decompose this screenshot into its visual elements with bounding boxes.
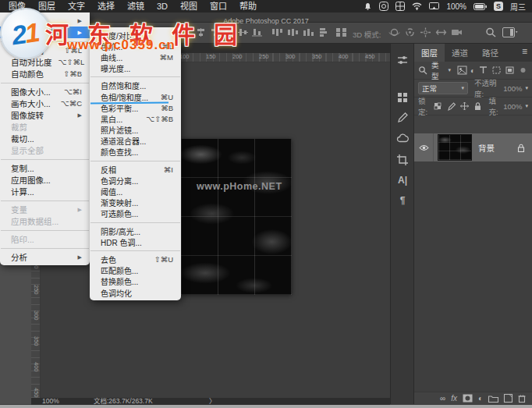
adjustments-panel-icon[interactable] <box>396 154 409 166</box>
menubar-item[interactable]: 帮助 <box>233 1 263 12</box>
align-v-centers-icon[interactable] <box>237 27 249 37</box>
zoom-level-field[interactable]: 100% <box>42 397 59 405</box>
new-layer-icon[interactable] <box>504 394 512 403</box>
menu-item[interactable]: 色彩平衡... ⌘B <box>90 102 181 113</box>
align-top-edges-icon[interactable] <box>223 27 235 37</box>
menu-item[interactable]: 裁剪 <box>0 121 90 133</box>
align-right-edges-icon[interactable] <box>209 27 221 37</box>
new-group-icon[interactable] <box>488 395 498 403</box>
layer-row-background[interactable]: 背景 <box>414 133 532 161</box>
menu-item[interactable]: 曝光度... <box>90 63 181 74</box>
menu-item[interactable]: 去色 ⇧⌘U <box>90 254 181 264</box>
menu-item[interactable]: 图像旋转 <box>0 109 90 121</box>
filter-shape-layer-icon[interactable] <box>491 66 502 75</box>
menu-item[interactable]: 自动色调 ⇧⌘L <box>0 44 90 56</box>
distribute-spacing-icon[interactable] <box>335 27 347 37</box>
3d-roll-icon[interactable] <box>404 27 416 37</box>
menubar-item[interactable]: 文字 <box>62 1 91 12</box>
menu-item[interactable]: 应用图像... <box>0 174 90 186</box>
menu-item[interactable]: 亮度/对比度... <box>90 30 181 41</box>
menu-item[interactable]: 反相 ⌘I <box>90 164 181 175</box>
filter-toggle-pin-icon[interactable] <box>518 66 528 75</box>
align-bottom-edges-icon[interactable] <box>251 27 263 37</box>
menu-item[interactable]: 阴影/高光... <box>90 225 181 236</box>
distribute-v-centers-icon[interactable] <box>287 27 299 37</box>
3d-camera-icon[interactable] <box>451 27 463 37</box>
menu-item[interactable]: 变量 <box>0 204 90 215</box>
menubar-item[interactable]: 滤镜 <box>121 1 151 12</box>
status-options-chevron[interactable]: 〉 <box>209 397 216 405</box>
search-icon[interactable] <box>485 27 497 37</box>
siri-icon[interactable] <box>379 2 388 11</box>
lock-transparency-icon[interactable] <box>433 101 443 111</box>
layer-visibility-cell[interactable] <box>414 133 434 161</box>
opacity-value[interactable]: 100% <box>503 84 522 93</box>
document-canvas[interactable]: www.pHome.NET <box>181 139 292 295</box>
filter-smart-object-icon[interactable] <box>505 66 515 75</box>
menubar-item[interactable]: 窗口 <box>204 1 233 12</box>
menubar-item[interactable]: 选择 <box>91 1 121 12</box>
filter-type-dropdown[interactable]: 类型 <box>431 59 445 81</box>
distribute-left-icon[interactable] <box>318 27 330 37</box>
color-panel-icon[interactable] <box>396 54 409 66</box>
panel-menu-icon[interactable]: ≡ <box>522 46 527 57</box>
menu-item[interactable]: 显示全部 <box>0 144 90 156</box>
new-adjustment-layer-icon[interactable]: ◐ <box>478 393 483 404</box>
menubar-item[interactable]: 3D <box>151 1 174 12</box>
menu-item[interactable]: 裁切... <box>0 133 90 144</box>
display-mirroring-icon[interactable] <box>429 2 439 10</box>
menu-item[interactable]: 通道混合器... <box>90 136 181 147</box>
menubar-item[interactable]: 视图 <box>174 1 204 12</box>
menu-item[interactable]: 分析 <box>0 251 90 263</box>
tab-channels[interactable]: 通道 <box>445 43 475 62</box>
layer-name[interactable]: 背景 <box>478 142 517 154</box>
menu-item[interactable]: 自然饱和度... <box>90 80 181 91</box>
menu-item[interactable]: 照片滤镜... <box>90 125 181 136</box>
menu-item[interactable]: 渐变映射... <box>90 197 181 208</box>
input-source-icon[interactable] <box>395 2 405 11</box>
menu-item[interactable]: 匹配颜色... <box>90 265 181 276</box>
menu-item[interactable]: 陷印... <box>0 233 90 245</box>
menu-item[interactable]: 计算... <box>0 186 90 197</box>
filter-pixel-layer-icon[interactable] <box>457 66 467 75</box>
menu-item[interactable]: 画布大小... ⌥⌘C <box>0 98 90 109</box>
align-h-centers-icon[interactable] <box>195 27 207 37</box>
menu-item[interactable]: 模式 <box>0 15 90 27</box>
menu-item[interactable]: 复制... <box>0 162 90 174</box>
wifi-icon[interactable] <box>412 2 422 10</box>
menu-item[interactable]: 图像大小... ⌥⌘I <box>0 86 90 98</box>
link-layers-icon[interactable]: ∞ <box>440 393 445 404</box>
layer-thumbnail[interactable] <box>438 134 472 161</box>
align-left-edges-icon[interactable] <box>181 27 193 37</box>
filter-search-icon[interactable] <box>418 66 428 75</box>
delete-layer-icon[interactable] <box>518 394 526 403</box>
lock-image-icon[interactable] <box>446 101 456 111</box>
3d-slide-icon[interactable] <box>435 27 447 37</box>
libraries-panel-icon[interactable] <box>396 132 409 144</box>
blend-mode-select[interactable]: 正常 ▾ <box>418 82 468 94</box>
eye-icon[interactable] <box>419 144 429 151</box>
menu-item[interactable]: 应用数据组... <box>0 215 90 227</box>
lock-all-icon[interactable] <box>473 101 483 111</box>
menubar-item[interactable]: 图层 <box>32 1 62 12</box>
menu-item[interactable]: 色调分离... <box>90 175 181 186</box>
distribute-top-icon[interactable] <box>271 27 283 37</box>
menu-item[interactable]: 黑白... ⌥⇧⌘B <box>90 113 181 124</box>
distribute-bottom-icon[interactable] <box>303 27 314 37</box>
menu-item[interactable]: 可选颜色... <box>90 208 181 219</box>
menu-item[interactable]: 阈值... <box>90 186 181 197</box>
menu-item[interactable]: HDR 色调... <box>90 236 181 247</box>
3d-orbit-icon[interactable] <box>388 27 400 37</box>
edit-pen-icon[interactable] <box>396 112 409 124</box>
menu-item[interactable]: 自动对比度 ⌥⇧⌘L <box>0 56 90 68</box>
layer-style-fx-icon[interactable]: fx <box>451 393 457 404</box>
menu-item[interactable]: 调整 <box>0 27 90 38</box>
add-layer-mask-icon[interactable] <box>463 394 473 403</box>
tab-paths[interactable]: 路径 <box>475 43 505 62</box>
menu-item[interactable]: 替换颜色... <box>90 276 181 287</box>
tab-layers[interactable]: 图层 <box>414 43 445 62</box>
menu-item[interactable]: 自动颜色 ⇧⌘B <box>0 68 90 80</box>
character-panel-icon[interactable]: A| <box>396 174 409 186</box>
menu-item[interactable]: 色相/饱和度... ⌘U <box>90 91 181 102</box>
menu-item[interactable]: 色阶... ⌘L <box>90 41 181 51</box>
